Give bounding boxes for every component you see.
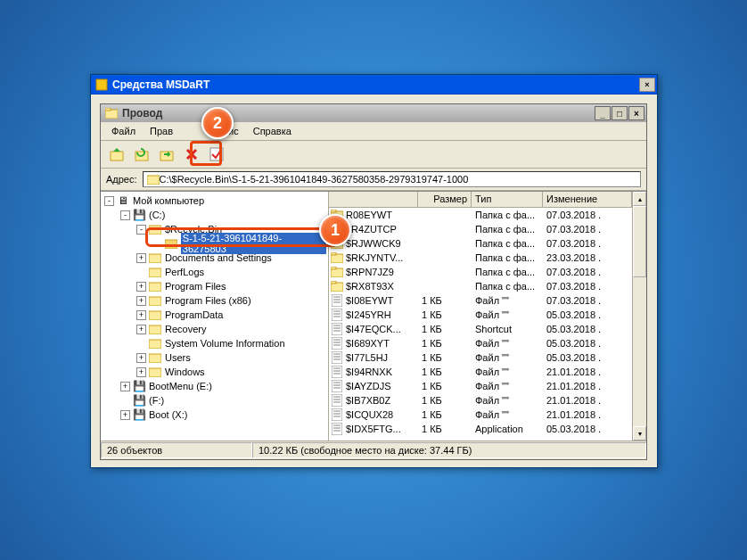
tree-toggle[interactable]: + — [136, 282, 146, 292]
move-button[interactable] — [156, 144, 177, 165]
close-button[interactable]: × — [628, 106, 644, 120]
scroll-thumb[interactable] — [633, 206, 646, 277]
tree-toggle[interactable]: + — [136, 310, 146, 320]
up-button[interactable] — [106, 144, 127, 165]
tree-toggle[interactable]: - — [120, 210, 130, 220]
app-icon — [94, 78, 109, 92]
maximize-button[interactable]: □ — [612, 106, 628, 120]
folder-icon — [148, 337, 162, 350]
drive-icon: 💾 — [132, 394, 146, 407]
list-item[interactable]: R08EYWTПапка с фа...07.03.2018 . — [329, 208, 632, 222]
minimize-button[interactable]: _ — [595, 106, 611, 120]
svg-rect-3 — [111, 152, 123, 161]
refresh-button[interactable] — [131, 144, 152, 165]
svg-rect-10 — [149, 254, 161, 263]
tree-toggle[interactable]: - — [104, 196, 114, 206]
menu-edit[interactable]: Прав — [143, 124, 180, 138]
menu-help[interactable]: Справка — [246, 124, 299, 138]
list-item[interactable]: $RX8T93XПапка с фа...07.03.2018 . — [329, 279, 632, 293]
tree-perflogs[interactable]: PerfLogs — [165, 267, 204, 277]
file-list[interactable]: Размер Тип Изменение R08EYWTПапка с фа..… — [329, 192, 632, 441]
scroll-down-icon[interactable]: ▾ — [633, 426, 646, 441]
file-date: 05.03.2018 . — [543, 422, 632, 436]
file-date: 21.01.2018 . — [543, 365, 632, 379]
tree-docs[interactable]: Documents and Settings — [165, 252, 272, 263]
file-size — [418, 270, 472, 274]
outer-titlebar[interactable]: Средства MSDaRT × — [91, 75, 657, 95]
folder-icon — [148, 280, 162, 292]
file-type: Shortcut — [472, 322, 543, 336]
tree-pf86[interactable]: Program Files (x86) — [165, 295, 251, 306]
menubar: Файл Прав Сервис Справка — [101, 122, 646, 141]
file-size — [418, 256, 472, 259]
file-type: Папка с фа... — [472, 208, 543, 222]
file-icon — [331, 337, 343, 350]
col-date[interactable]: Изменение — [543, 192, 632, 207]
file-date: 07.03.2018 . — [543, 236, 632, 251]
list-item[interactable]: $ICQUX281 КБФайл ""21.01.2018 . — [329, 408, 632, 422]
inner-title: Провод — [122, 107, 595, 119]
file-size: 1 КБ — [418, 379, 472, 393]
tree-root[interactable]: Мой компьютер — [133, 195, 204, 206]
tree-c[interactable]: (C:) — [149, 210, 165, 220]
list-item[interactable]: $I08EYWT1 КБФайл ""07.03.2018 . — [329, 293, 632, 308]
folder-icon — [331, 251, 343, 264]
tree-toggle[interactable]: + — [136, 253, 146, 263]
list-item[interactable]: $I689XYT1 КБФайл ""05.03.2018 . — [329, 336, 632, 350]
file-date: 21.01.2018 . — [543, 379, 632, 393]
scrollbar[interactable]: ▴ ▾ — [632, 192, 646, 441]
list-item[interactable]: $RJWWCK9Папка с фа...07.03.2018 . — [329, 236, 632, 251]
address-label: Адрес: — [106, 174, 137, 185]
tree-bootmenu[interactable]: BootMenu (E:) — [149, 381, 212, 391]
file-type: Папка с фа... — [472, 265, 543, 279]
tree-toggle[interactable]: + — [136, 353, 146, 363]
svg-rect-28 — [331, 267, 336, 269]
file-type: Файл "" — [472, 408, 543, 422]
tree-boot[interactable]: Boot (X:) — [149, 409, 187, 420]
file-date: 21.01.2018 . — [543, 408, 632, 422]
list-item[interactable]: $R4ZUTCPПапка с фа...07.03.2018 . — [329, 222, 632, 236]
file-name: $RKJYNTV... — [346, 252, 403, 263]
inner-titlebar[interactable]: Провод _ □ × — [101, 104, 646, 122]
outer-close-button[interactable]: × — [639, 78, 655, 92]
svg-rect-5 — [160, 152, 173, 161]
file-size — [418, 227, 472, 231]
status-count: 26 объектов — [101, 442, 252, 458]
tree-f[interactable]: (F:) — [149, 395, 164, 406]
list-item[interactable]: $I77L5HJ1 КБФайл ""05.03.2018 . — [329, 350, 632, 365]
list-item[interactable]: $RKJYNTV...Папка с фа...23.03.2018 . — [329, 251, 632, 265]
tree-pf[interactable]: Program Files — [165, 281, 226, 292]
tree-toggle[interactable]: + — [120, 410, 130, 420]
tree-users[interactable]: Users — [165, 352, 191, 363]
file-icon — [331, 351, 343, 364]
scroll-up-icon[interactable]: ▴ — [633, 192, 646, 206]
col-type[interactable]: Тип — [472, 192, 543, 207]
tree-toggle[interactable]: + — [136, 325, 146, 334]
file-size — [418, 284, 472, 288]
folder-icon — [331, 280, 343, 292]
tree-toggle[interactable]: + — [120, 382, 130, 391]
menu-file[interactable]: Файл — [104, 124, 143, 138]
svg-rect-2 — [105, 108, 111, 111]
tree-pd[interactable]: ProgramData — [165, 309, 223, 320]
list-item[interactable]: $IDX5FTG...1 КБApplication05.03.2018 . — [329, 422, 632, 436]
file-type: Файл "" — [472, 393, 543, 408]
list-item[interactable]: $IB7XB0Z1 КБФайл ""21.01.2018 . — [329, 393, 632, 408]
tree-toggle[interactable]: + — [136, 367, 146, 377]
tree-toggle[interactable]: + — [136, 296, 146, 306]
file-type: Файл "" — [472, 350, 543, 365]
list-item[interactable]: $I94RNXK1 КБФайл ""21.01.2018 . — [329, 365, 632, 379]
col-name[interactable] — [329, 192, 418, 207]
list-item[interactable]: $I47EQCK...1 КБShortcut05.03.2018 . — [329, 322, 632, 336]
col-size[interactable]: Размер — [418, 192, 472, 207]
tree-win[interactable]: Windows — [165, 366, 205, 377]
tree-svi[interactable]: System Volume Information — [165, 338, 285, 349]
explorer-window: Провод _ □ × Файл Прав Сервис Справка — [100, 103, 647, 460]
address-input[interactable]: C:\$Recycle.Bin\S-1-5-21-3961041849-3627… — [143, 171, 641, 187]
list-item[interactable]: $RPN7JZ9Папка с фа...07.03.2018 . — [329, 265, 632, 279]
file-size: 1 КБ — [418, 365, 472, 379]
list-item[interactable]: $I245YRH1 КБФайл ""05.03.2018 . — [329, 308, 632, 322]
tree-rec[interactable]: Recovery — [165, 324, 206, 334]
folder-icon — [147, 173, 160, 185]
list-item[interactable]: $IAYZDJS1 КБФайл ""21.01.2018 . — [329, 379, 632, 393]
